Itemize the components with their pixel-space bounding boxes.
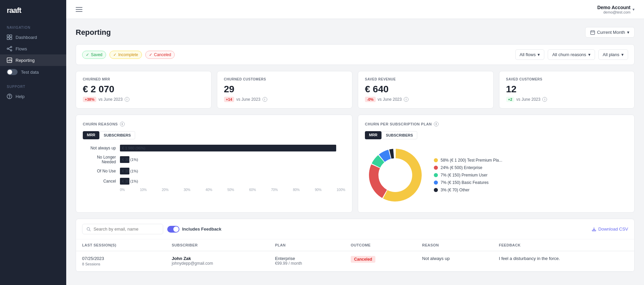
- svg-line-8: [8, 49, 10, 50]
- plans-dropdown-label: All plans: [603, 52, 619, 57]
- metric-info-icon[interactable]: i: [125, 97, 129, 102]
- chart-title: CHURN REASONS i: [83, 122, 345, 126]
- table-column-header: Outcome: [345, 239, 416, 251]
- metric-sub: +14 vs June 2023 i: [224, 97, 346, 102]
- table-toolbar: Includes Feedback Download CSV: [76, 219, 634, 239]
- legend-label: 24% (€ 500) Enterprise: [441, 165, 482, 170]
- hamburger-button[interactable]: [76, 7, 82, 12]
- svg-point-6: [10, 50, 12, 51]
- churn-plan-tabs: MRR SUBSCRIBERS: [365, 131, 627, 139]
- sidebar-item-help[interactable]: Help: [0, 91, 66, 102]
- tab-subscribers[interactable]: SUBSCRIBERS: [381, 131, 417, 139]
- svg-rect-2: [7, 38, 9, 40]
- sidebar-item-dashboard[interactable]: Dashboard: [0, 31, 66, 43]
- saved-check-icon: ✓: [86, 52, 89, 57]
- tab-subscribers[interactable]: SUBSCRIBERS: [99, 131, 135, 139]
- flows-icon: [7, 46, 12, 51]
- cell-feedback: I feel a disturbancy in the force.: [493, 251, 634, 271]
- axis-label: 60%: [249, 188, 256, 192]
- account-menu[interactable]: Demo Account demo@test.com ▾: [597, 5, 635, 14]
- svg-rect-0: [7, 35, 9, 37]
- search-box[interactable]: [82, 224, 163, 234]
- sidebar-item-label: Flows: [16, 46, 27, 51]
- bar-label: Not always up: [83, 146, 120, 150]
- sidebar-item-reporting[interactable]: Reporting: [0, 54, 66, 66]
- table-row: 07/25/2023 8 Sessions John Zak johnydepp…: [76, 251, 634, 271]
- legend-label: 7% (€ 150) Premium User: [441, 173, 488, 177]
- axis-label: 90%: [315, 188, 322, 192]
- svg-point-4: [7, 48, 8, 49]
- sidebar-item-flows[interactable]: Flows: [0, 43, 66, 54]
- chart-info-icon[interactable]: i: [120, 122, 125, 126]
- plan-name: Enterprise: [275, 256, 339, 261]
- account-text: Demo Account demo@test.com: [597, 5, 630, 14]
- table-head: Last Session(s)SubscriberPlanOutcomeReas…: [76, 239, 634, 251]
- download-label: Download CSV: [598, 227, 628, 232]
- tab-mrr[interactable]: MRR: [365, 131, 381, 139]
- badge-label: Incomplete: [118, 52, 138, 57]
- reporting-icon: [7, 57, 12, 63]
- table-body: 07/25/2023 8 Sessions John Zak johnydepp…: [76, 251, 634, 271]
- churn-reasons-dropdown[interactable]: All churn reasons ▾: [548, 49, 595, 60]
- legend-dot: [434, 166, 438, 170]
- donut-chart-area: 58% (€ 1 200) Test Premium Pla... 24% (€…: [365, 145, 627, 206]
- subscriber-name: John Zak: [172, 256, 263, 261]
- axis-label: 0%: [120, 188, 125, 192]
- legend-dot: [434, 181, 438, 185]
- legend-dot: [434, 158, 438, 162]
- download-csv-button[interactable]: Download CSV: [592, 227, 628, 232]
- tab-mrr[interactable]: MRR: [83, 131, 99, 139]
- sidebar-item-test-data[interactable]: Test data: [0, 66, 66, 78]
- svg-line-7: [8, 47, 10, 48]
- axis-label: 70%: [271, 188, 278, 192]
- bar: € 1 980 (96%): [120, 145, 336, 151]
- includes-feedback-toggle[interactable]: [167, 226, 179, 233]
- date-filter-button[interactable]: Current Month ▾: [585, 27, 635, 38]
- bar-label: No Longer Needed: [83, 155, 120, 164]
- metric-info-icon[interactable]: i: [542, 97, 547, 102]
- metric-saved-customers: SAVED CUSTOMERS 12 +2 vs June 2023 i: [499, 71, 635, 109]
- donut-legend: 58% (€ 1 200) Test Premium Pla... 24% (€…: [434, 158, 502, 192]
- donut-chart: [365, 145, 426, 206]
- filter-row: ✓ Saved ✓ Incomplete ✓ Canceled All flow…: [76, 44, 635, 65]
- test-data-label: Test data: [21, 70, 39, 75]
- test-data-toggle[interactable]: [7, 69, 18, 75]
- flows-dropdown[interactable]: All flows ▾: [515, 49, 545, 60]
- svg-point-5: [10, 46, 12, 48]
- plans-dropdown[interactable]: All plans ▾: [598, 49, 628, 60]
- metric-churned-customers: CHURNED CUSTOMERS 29 +14 vs June 2023 i: [217, 71, 353, 109]
- bar-value: € 30 (1%): [122, 158, 138, 162]
- metric-label: CHURNED CUSTOMERS: [224, 77, 346, 81]
- bar: € 30 (1%): [120, 168, 129, 174]
- date-filter-chevron-icon: ▾: [627, 30, 629, 35]
- account-email: demo@test.com: [597, 10, 630, 14]
- metric-info-icon[interactable]: i: [263, 97, 267, 102]
- page-title: Reporting: [76, 28, 111, 37]
- bar-value: € 1 980 (96%): [122, 146, 145, 150]
- metric-sub: -0% vs June 2023 i: [365, 97, 487, 102]
- metric-label: CHURNED MRR: [83, 77, 204, 81]
- badge-saved[interactable]: ✓ Saved: [82, 51, 106, 59]
- badge-label: Saved: [91, 52, 102, 57]
- metric-saved-revenue: SAVED REVENUE € 640 -0% vs June 2023 i: [358, 71, 494, 109]
- badge-incomplete[interactable]: ✓ Incomplete: [109, 51, 142, 59]
- top-bar: Demo Account demo@test.com ▾: [66, 0, 644, 19]
- bar-value: € 30 (1%): [122, 169, 138, 173]
- canceled-check-icon: ✓: [149, 52, 152, 57]
- bar-container: € 30 (1%): [120, 178, 345, 185]
- search-icon: [86, 227, 91, 232]
- badge-canceled[interactable]: ✓ Canceled: [145, 51, 175, 59]
- hamburger-line: [76, 9, 82, 10]
- search-input[interactable]: [94, 227, 159, 232]
- axis-label: 10%: [140, 188, 147, 192]
- legend-label: 7% (€ 150) Basic Features: [441, 180, 489, 185]
- legend-item: 24% (€ 500) Enterprise: [434, 165, 502, 170]
- legend-label: 58% (€ 1 200) Test Premium Pla...: [441, 158, 502, 163]
- metric-sub: +38% vs June 2023 i: [83, 97, 204, 102]
- metric-info-icon[interactable]: i: [404, 97, 408, 102]
- toggle-on-knob: [173, 227, 179, 232]
- churn-reasons-card: CHURN REASONS i MRR SUBSCRIBERS Not alwa…: [76, 115, 352, 213]
- metric-value: 12: [506, 84, 628, 95]
- churn-per-plan-card: CHURN PER SUBSCRIPTION PLAN i MRR SUBSCR…: [358, 115, 635, 213]
- chart-info-icon[interactable]: i: [434, 122, 439, 126]
